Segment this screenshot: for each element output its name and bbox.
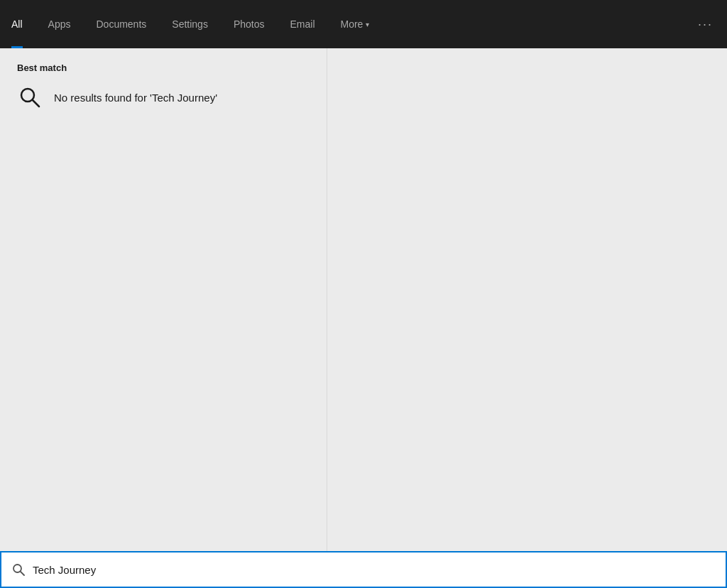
no-results-row: No results found for 'Tech Journey' <box>17 85 310 110</box>
tab-documents-label: Documents <box>96 18 146 30</box>
no-results-text: No results found for 'Tech Journey' <box>54 92 217 104</box>
tab-email[interactable]: Email <box>277 0 327 48</box>
tab-settings-label: Settings <box>172 18 208 30</box>
right-panel <box>327 48 727 551</box>
tab-apps[interactable]: Apps <box>35 0 84 48</box>
ellipsis-label: ··· <box>698 17 713 32</box>
tab-documents[interactable]: Documents <box>83 0 159 48</box>
best-match-heading: Best match <box>17 62 310 73</box>
left-panel: Best match No results found for 'Tech Jo… <box>0 48 327 551</box>
search-bar <box>0 551 727 588</box>
chevron-down-icon: ▾ <box>366 21 369 28</box>
tab-bar: All Apps Documents Settings Photos Email… <box>0 0 727 48</box>
tab-photos-label: Photos <box>234 18 265 30</box>
main-content: Best match No results found for 'Tech Jo… <box>0 48 727 551</box>
tab-settings[interactable]: Settings <box>159 0 221 48</box>
ellipsis-menu-button[interactable]: ··· <box>687 0 724 48</box>
tab-photos[interactable]: Photos <box>221 0 278 48</box>
tab-more[interactable]: More ▾ <box>328 0 383 48</box>
tab-all[interactable]: All <box>3 0 35 48</box>
tab-apps-label: Apps <box>48 18 71 30</box>
svg-line-3 <box>21 572 24 575</box>
tab-all-label: All <box>11 18 23 30</box>
svg-point-2 <box>13 565 21 572</box>
search-icon <box>11 562 26 577</box>
tab-email-label: Email <box>290 18 315 30</box>
tab-more-label: More <box>341 18 364 30</box>
search-input[interactable] <box>33 564 716 576</box>
svg-line-1 <box>33 100 39 107</box>
search-large-icon <box>17 85 43 110</box>
